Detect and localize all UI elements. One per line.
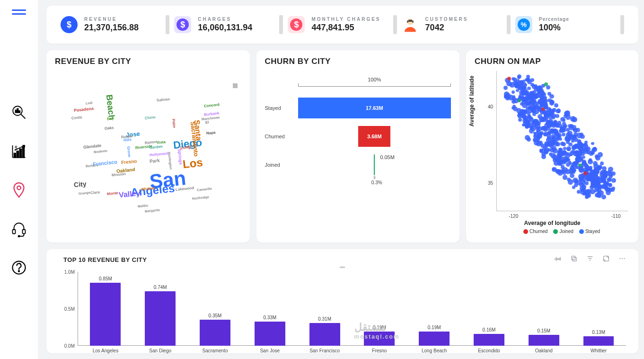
wordcloud-word: Huntington	[168, 152, 173, 170]
location-pin-icon[interactable]	[9, 180, 28, 199]
map-point	[580, 135, 584, 139]
kpi-gauge	[507, 15, 511, 34]
map-point	[550, 130, 554, 134]
sidebar: $	[0, 0, 38, 359]
card-top10-revenue: TOP 10 REVENUE BY CITY ▬	[46, 249, 638, 353]
map-point	[536, 105, 540, 110]
map-point	[563, 147, 566, 150]
wordcloud-word: Chino	[145, 115, 156, 120]
map-point	[556, 108, 561, 113]
bar	[529, 335, 559, 346]
bar-column: 0.33MSan Jose	[242, 272, 297, 346]
kpi-customers-label: CUSTOMERS	[425, 17, 468, 22]
bar-data-label: 0.13M	[592, 330, 605, 335]
wordcloud-word: Northridge	[192, 195, 209, 200]
bar	[145, 291, 176, 346]
pin-icon[interactable]	[554, 255, 562, 264]
card-revenue-by-city: REVENUE BY CITY SanAngelesLosDiegoBeachV…	[46, 50, 250, 242]
map-point	[575, 150, 579, 154]
growth-chart-icon[interactable]: $	[9, 142, 28, 161]
wordcloud-word: Palm	[171, 119, 176, 128]
map-point	[527, 87, 531, 90]
churn-top-label: 100%	[298, 77, 451, 82]
map-point	[517, 76, 520, 79]
map-point	[568, 143, 573, 147]
bar-column: 0.31MSan Francisco	[297, 272, 352, 346]
svg-rect-10	[23, 147, 25, 158]
map-point	[547, 120, 550, 123]
svg-point-15	[18, 235, 20, 237]
wordcloud-word: Grange	[79, 191, 90, 196]
churn-row: Joined0.05M	[265, 151, 451, 179]
map-point	[522, 115, 526, 118]
map-point	[530, 107, 535, 112]
kpi-revenue-label: REVENUE	[84, 17, 139, 22]
help-icon[interactable]	[9, 258, 28, 277]
map-point	[572, 186, 575, 189]
menu-toggle-icon[interactable]	[12, 9, 26, 11]
kpi-customers: CUSTOMERS 7042	[402, 15, 511, 34]
map-point	[572, 117, 577, 123]
kpi-gauge	[166, 15, 169, 34]
map-point	[574, 144, 579, 148]
wordcloud-word: Costa	[71, 115, 82, 120]
filter-icon[interactable]	[586, 255, 594, 264]
bar-column: 0.19MLong Beach	[407, 272, 462, 346]
headset-icon[interactable]	[9, 219, 28, 238]
svg-rect-8	[17, 151, 19, 158]
map-point	[575, 159, 579, 163]
bar	[419, 332, 450, 346]
bar	[90, 283, 121, 346]
kpi-row: $ REVENUE 21,370,156.88 $ CHARGES 16,060…	[46, 6, 638, 44]
card-title: CHURN ON MAP	[475, 57, 630, 66]
focus-icon[interactable]	[602, 255, 610, 264]
bar	[309, 323, 340, 346]
svg-rect-19	[408, 20, 412, 22]
kpi-customers-value: 7042	[425, 23, 468, 33]
bar	[364, 332, 395, 346]
map-point	[530, 78, 534, 82]
svg-rect-7	[14, 153, 16, 158]
drag-handle-icon[interactable]: ▬	[59, 263, 626, 269]
map-point	[578, 163, 582, 167]
wordcloud-word: City	[73, 180, 87, 189]
kpi-charges-value: 16,060,131.94	[198, 23, 252, 33]
bar-x-label: Long Beach	[407, 348, 462, 353]
bar-x-label: San Francisco	[297, 348, 352, 353]
map-scatter[interactable]: Average of latitude 40 35 -120 -110 Aver…	[475, 69, 630, 228]
map-xlabel: Average of longitude	[475, 220, 630, 226]
dollar-icon: $	[174, 16, 191, 33]
map-point	[539, 117, 544, 122]
map-point	[523, 109, 527, 114]
map-point	[579, 143, 584, 148]
map-point	[541, 154, 546, 159]
map-point	[603, 171, 607, 174]
map-point	[552, 116, 555, 119]
magnify-chart-icon[interactable]	[9, 103, 28, 122]
map-point	[565, 114, 571, 119]
kpi-charges-label: CHARGES	[198, 17, 252, 22]
churn-bar-chart[interactable]: 100% Stayed17.63MChurned3.68MJoined0.05M…	[265, 69, 451, 236]
bar	[474, 334, 504, 346]
svg-point-17	[18, 270, 19, 271]
map-xtick: -120	[509, 214, 518, 219]
map-point	[554, 103, 558, 108]
top10-bar-chart[interactable]: 0.0M0.5M1.0M 0.85MLos Angeles0.74MSan Di…	[59, 272, 626, 346]
map-point	[533, 136, 539, 142]
map-point	[573, 169, 576, 172]
svg-point-12	[17, 186, 21, 190]
bar-data-label: 0.74M	[154, 285, 167, 290]
map-point	[522, 103, 528, 108]
wordcloud-word: Los	[182, 156, 203, 171]
map-point	[561, 159, 566, 164]
copy-icon[interactable]	[570, 255, 578, 264]
map-point	[564, 124, 567, 128]
map-point	[544, 82, 548, 86]
kpi-monthly-value: 447,841.95	[311, 23, 380, 33]
map-point	[601, 195, 606, 199]
more-icon[interactable]	[618, 255, 626, 264]
wordcloud[interactable]: SanAngelesLosDiegoBeachValleySantaCitySa…	[55, 69, 241, 236]
svg-line-1	[21, 115, 26, 119]
map-point	[600, 184, 605, 189]
kpi-percent-label: Percentage	[539, 17, 569, 22]
